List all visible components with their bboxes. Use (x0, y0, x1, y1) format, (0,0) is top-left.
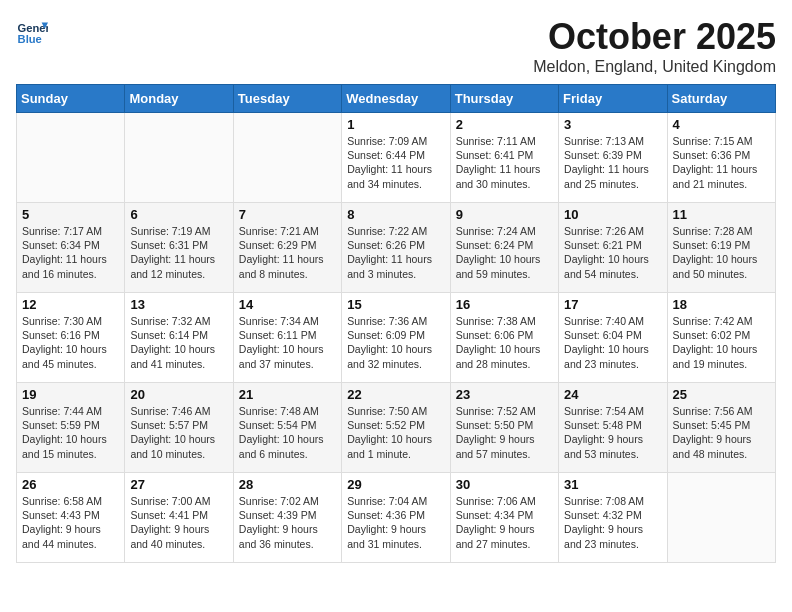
day-info-25: Sunrise: 7:56 AMSunset: 5:45 PMDaylight:… (673, 404, 770, 461)
day-number-25: 25 (673, 387, 770, 402)
day-number-17: 17 (564, 297, 661, 312)
day-number-19: 19 (22, 387, 119, 402)
day-number-14: 14 (239, 297, 336, 312)
day-info-13: Sunrise: 7:32 AMSunset: 6:14 PMDaylight:… (130, 314, 227, 371)
day-cell-24: 24Sunrise: 7:54 AMSunset: 5:48 PMDayligh… (559, 383, 667, 473)
week-row-3: 12Sunrise: 7:30 AMSunset: 6:16 PMDayligh… (17, 293, 776, 383)
empty-cell (233, 113, 341, 203)
day-info-18: Sunrise: 7:42 AMSunset: 6:02 PMDaylight:… (673, 314, 770, 371)
day-number-26: 26 (22, 477, 119, 492)
day-info-15: Sunrise: 7:36 AMSunset: 6:09 PMDaylight:… (347, 314, 444, 371)
weekday-header-monday: Monday (125, 85, 233, 113)
day-number-29: 29 (347, 477, 444, 492)
day-cell-11: 11Sunrise: 7:28 AMSunset: 6:19 PMDayligh… (667, 203, 775, 293)
day-cell-31: 31Sunrise: 7:08 AMSunset: 4:32 PMDayligh… (559, 473, 667, 563)
week-row-2: 5Sunrise: 7:17 AMSunset: 6:34 PMDaylight… (17, 203, 776, 293)
day-cell-30: 30Sunrise: 7:06 AMSunset: 4:34 PMDayligh… (450, 473, 558, 563)
week-row-4: 19Sunrise: 7:44 AMSunset: 5:59 PMDayligh… (17, 383, 776, 473)
day-number-23: 23 (456, 387, 553, 402)
day-number-24: 24 (564, 387, 661, 402)
day-cell-16: 16Sunrise: 7:38 AMSunset: 6:06 PMDayligh… (450, 293, 558, 383)
day-info-22: Sunrise: 7:50 AMSunset: 5:52 PMDaylight:… (347, 404, 444, 461)
day-info-3: Sunrise: 7:13 AMSunset: 6:39 PMDaylight:… (564, 134, 661, 191)
day-cell-13: 13Sunrise: 7:32 AMSunset: 6:14 PMDayligh… (125, 293, 233, 383)
day-cell-4: 4Sunrise: 7:15 AMSunset: 6:36 PMDaylight… (667, 113, 775, 203)
day-number-13: 13 (130, 297, 227, 312)
weekday-header-row: SundayMondayTuesdayWednesdayThursdayFrid… (17, 85, 776, 113)
day-number-2: 2 (456, 117, 553, 132)
day-cell-6: 6Sunrise: 7:19 AMSunset: 6:31 PMDaylight… (125, 203, 233, 293)
day-info-5: Sunrise: 7:17 AMSunset: 6:34 PMDaylight:… (22, 224, 119, 281)
day-info-21: Sunrise: 7:48 AMSunset: 5:54 PMDaylight:… (239, 404, 336, 461)
day-number-4: 4 (673, 117, 770, 132)
day-info-31: Sunrise: 7:08 AMSunset: 4:32 PMDaylight:… (564, 494, 661, 551)
weekday-header-tuesday: Tuesday (233, 85, 341, 113)
day-info-20: Sunrise: 7:46 AMSunset: 5:57 PMDaylight:… (130, 404, 227, 461)
day-number-9: 9 (456, 207, 553, 222)
day-number-6: 6 (130, 207, 227, 222)
day-cell-8: 8Sunrise: 7:22 AMSunset: 6:26 PMDaylight… (342, 203, 450, 293)
day-cell-17: 17Sunrise: 7:40 AMSunset: 6:04 PMDayligh… (559, 293, 667, 383)
location-subtitle: Meldon, England, United Kingdom (533, 58, 776, 76)
day-cell-9: 9Sunrise: 7:24 AMSunset: 6:24 PMDaylight… (450, 203, 558, 293)
day-number-11: 11 (673, 207, 770, 222)
day-number-1: 1 (347, 117, 444, 132)
day-number-8: 8 (347, 207, 444, 222)
day-info-14: Sunrise: 7:34 AMSunset: 6:11 PMDaylight:… (239, 314, 336, 371)
day-cell-5: 5Sunrise: 7:17 AMSunset: 6:34 PMDaylight… (17, 203, 125, 293)
day-cell-14: 14Sunrise: 7:34 AMSunset: 6:11 PMDayligh… (233, 293, 341, 383)
day-cell-2: 2Sunrise: 7:11 AMSunset: 6:41 PMDaylight… (450, 113, 558, 203)
day-info-17: Sunrise: 7:40 AMSunset: 6:04 PMDaylight:… (564, 314, 661, 371)
day-number-7: 7 (239, 207, 336, 222)
day-cell-21: 21Sunrise: 7:48 AMSunset: 5:54 PMDayligh… (233, 383, 341, 473)
empty-cell (667, 473, 775, 563)
day-number-10: 10 (564, 207, 661, 222)
day-info-1: Sunrise: 7:09 AMSunset: 6:44 PMDaylight:… (347, 134, 444, 191)
day-info-24: Sunrise: 7:54 AMSunset: 5:48 PMDaylight:… (564, 404, 661, 461)
day-info-8: Sunrise: 7:22 AMSunset: 6:26 PMDaylight:… (347, 224, 444, 281)
weekday-header-saturday: Saturday (667, 85, 775, 113)
day-cell-10: 10Sunrise: 7:26 AMSunset: 6:21 PMDayligh… (559, 203, 667, 293)
day-info-4: Sunrise: 7:15 AMSunset: 6:36 PMDaylight:… (673, 134, 770, 191)
day-cell-18: 18Sunrise: 7:42 AMSunset: 6:02 PMDayligh… (667, 293, 775, 383)
day-cell-22: 22Sunrise: 7:50 AMSunset: 5:52 PMDayligh… (342, 383, 450, 473)
day-info-9: Sunrise: 7:24 AMSunset: 6:24 PMDaylight:… (456, 224, 553, 281)
day-info-11: Sunrise: 7:28 AMSunset: 6:19 PMDaylight:… (673, 224, 770, 281)
day-info-28: Sunrise: 7:02 AMSunset: 4:39 PMDaylight:… (239, 494, 336, 551)
empty-cell (125, 113, 233, 203)
day-cell-26: 26Sunrise: 6:58 AMSunset: 4:43 PMDayligh… (17, 473, 125, 563)
day-cell-25: 25Sunrise: 7:56 AMSunset: 5:45 PMDayligh… (667, 383, 775, 473)
month-title: October 2025 (533, 16, 776, 58)
day-info-26: Sunrise: 6:58 AMSunset: 4:43 PMDaylight:… (22, 494, 119, 551)
day-cell-27: 27Sunrise: 7:00 AMSunset: 4:41 PMDayligh… (125, 473, 233, 563)
day-info-30: Sunrise: 7:06 AMSunset: 4:34 PMDaylight:… (456, 494, 553, 551)
weekday-header-friday: Friday (559, 85, 667, 113)
day-info-29: Sunrise: 7:04 AMSunset: 4:36 PMDaylight:… (347, 494, 444, 551)
weekday-header-thursday: Thursday (450, 85, 558, 113)
logo-icon: General Blue (16, 16, 48, 48)
day-number-30: 30 (456, 477, 553, 492)
weekday-header-sunday: Sunday (17, 85, 125, 113)
day-cell-20: 20Sunrise: 7:46 AMSunset: 5:57 PMDayligh… (125, 383, 233, 473)
day-cell-12: 12Sunrise: 7:30 AMSunset: 6:16 PMDayligh… (17, 293, 125, 383)
day-number-16: 16 (456, 297, 553, 312)
day-info-2: Sunrise: 7:11 AMSunset: 6:41 PMDaylight:… (456, 134, 553, 191)
day-cell-19: 19Sunrise: 7:44 AMSunset: 5:59 PMDayligh… (17, 383, 125, 473)
header: General Blue October 2025 Meldon, Englan… (16, 16, 776, 76)
day-number-27: 27 (130, 477, 227, 492)
day-info-6: Sunrise: 7:19 AMSunset: 6:31 PMDaylight:… (130, 224, 227, 281)
day-number-12: 12 (22, 297, 119, 312)
logo: General Blue (16, 16, 48, 48)
empty-cell (17, 113, 125, 203)
day-number-20: 20 (130, 387, 227, 402)
day-info-10: Sunrise: 7:26 AMSunset: 6:21 PMDaylight:… (564, 224, 661, 281)
day-cell-1: 1Sunrise: 7:09 AMSunset: 6:44 PMDaylight… (342, 113, 450, 203)
weekday-header-wednesday: Wednesday (342, 85, 450, 113)
day-number-31: 31 (564, 477, 661, 492)
day-number-28: 28 (239, 477, 336, 492)
day-cell-23: 23Sunrise: 7:52 AMSunset: 5:50 PMDayligh… (450, 383, 558, 473)
day-info-19: Sunrise: 7:44 AMSunset: 5:59 PMDaylight:… (22, 404, 119, 461)
day-info-27: Sunrise: 7:00 AMSunset: 4:41 PMDaylight:… (130, 494, 227, 551)
day-cell-3: 3Sunrise: 7:13 AMSunset: 6:39 PMDaylight… (559, 113, 667, 203)
day-info-7: Sunrise: 7:21 AMSunset: 6:29 PMDaylight:… (239, 224, 336, 281)
